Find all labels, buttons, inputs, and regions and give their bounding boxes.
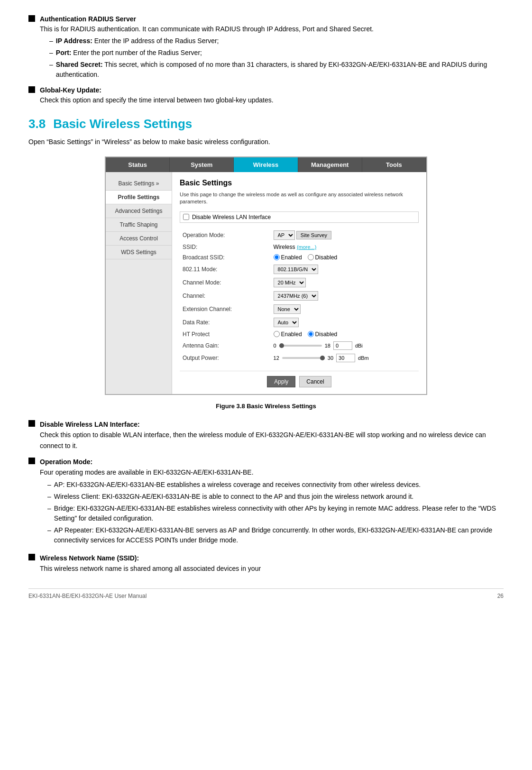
bullet-auth-radius-label: Authentication RADIUS Server bbox=[40, 15, 136, 23]
content-square-icon-1 bbox=[28, 420, 35, 427]
antenna-gain-min: 0 bbox=[274, 343, 276, 348]
antenna-gain-thumb[interactable] bbox=[279, 343, 284, 348]
nav-system[interactable]: System bbox=[170, 157, 234, 172]
broadcast-disabled-label: Disabled bbox=[308, 254, 338, 261]
nav-status[interactable]: Status bbox=[106, 157, 170, 172]
output-power-controls: 12 30 dBm bbox=[271, 352, 419, 364]
output-power-max: 30 bbox=[328, 355, 333, 361]
section-heading: 3.8 Basic Wireless Settings bbox=[28, 117, 504, 131]
form-row-operation-mode: Operation Mode: AP Site Survey bbox=[180, 229, 419, 242]
disable-wlan-checkbox[interactable] bbox=[183, 214, 189, 220]
80211-mode-label: 802.11 Mode: bbox=[180, 263, 271, 276]
bullet-item-global-key: Global-Key Update: Check this option and… bbox=[28, 85, 504, 105]
ht-protect-enabled-label: Enabled bbox=[274, 331, 302, 338]
output-power-label: Output Power: bbox=[180, 352, 271, 364]
sidebar-item-profile-settings[interactable]: Profile Settings bbox=[106, 191, 172, 204]
ht-protect-enabled-radio[interactable] bbox=[274, 331, 280, 337]
antenna-gain-input[interactable] bbox=[333, 341, 352, 350]
operation-mode-sub-bullets: – AP: EKI-6332GN-AE/EKI-6331AN-BE establ… bbox=[47, 480, 504, 545]
broadcast-ssid-radio-group: Enabled Disabled bbox=[274, 254, 416, 261]
channel-controls: 2437MHz (6) bbox=[271, 289, 419, 302]
router-nav: Status System Wireless Management Tools bbox=[106, 157, 426, 172]
content-disable-wlan-text: Disable Wireless LAN Interface: Check th… bbox=[40, 419, 504, 451]
nav-wireless[interactable]: Wireless bbox=[234, 157, 298, 172]
antenna-gain-slider-row: 0 18 dBi bbox=[274, 341, 416, 350]
bullet-square-icon-2 bbox=[28, 86, 35, 93]
main-title: Basic Settings bbox=[180, 179, 419, 187]
sidebar-item-wds-settings[interactable]: WDS Settings bbox=[106, 246, 172, 259]
output-power-input[interactable] bbox=[336, 354, 355, 362]
section-number: 3.8 bbox=[28, 117, 46, 131]
settings-form-table: Operation Mode: AP Site Survey SSID: Wir… bbox=[180, 229, 419, 364]
figure-caption: Figure 3.8 Basic Wireless Settings bbox=[28, 403, 504, 410]
sidebar-item-traffic-shaping[interactable]: Traffic Shaping bbox=[106, 218, 172, 232]
content-operation-mode-text: Operation Mode: Four operating modes are… bbox=[40, 457, 504, 547]
ssid-more-button[interactable]: (more...) bbox=[297, 244, 317, 250]
ht-protect-controls: Enabled Disabled bbox=[271, 329, 419, 339]
sub-bullet-shared-secret-text: Shared Secret: This secret, which is com… bbox=[56, 60, 504, 80]
cancel-button[interactable]: Cancel bbox=[299, 376, 331, 387]
sidebar-item-access-control[interactable]: Access Control bbox=[106, 232, 172, 246]
operation-mode-controls: AP Site Survey bbox=[271, 229, 419, 242]
disable-wlan-row: Disable Wireless LAN Interface bbox=[180, 211, 419, 223]
sub-bullet-ip: – IP Address: Enter the IP address of th… bbox=[49, 36, 504, 46]
operation-mode-select[interactable]: AP bbox=[274, 230, 295, 240]
80211-mode-controls: 802.11B/G/N bbox=[271, 263, 419, 276]
op-mode-sub-1: – AP: EKI-6332GN-AE/EKI-6331AN-BE establ… bbox=[47, 480, 504, 490]
op-mode-sub-2: – Wireless Client: EKI-6332GN-AE/EKI-633… bbox=[47, 492, 504, 502]
nav-management[interactable]: Management bbox=[298, 157, 362, 172]
section-title: Basic Wireless Settings bbox=[53, 117, 192, 131]
ht-protect-radio-group: Enabled Disabled bbox=[274, 331, 416, 338]
bullet-global-key-label: Global-Key Update: bbox=[40, 86, 101, 94]
broadcast-ssid-controls: Enabled Disabled bbox=[271, 252, 419, 263]
router-body: Basic Settings » Profile Settings Advanc… bbox=[106, 172, 426, 394]
channel-mode-label: Channel Mode: bbox=[180, 276, 271, 289]
broadcast-disabled-radio[interactable] bbox=[308, 254, 314, 260]
ht-protect-label: HT Protect bbox=[180, 329, 271, 339]
sidebar-item-advanced-settings[interactable]: Advanced Settings bbox=[106, 204, 172, 218]
channel-mode-select[interactable]: 20 MHz bbox=[274, 278, 306, 287]
router-main-content: Basic Settings Use this page to change t… bbox=[172, 172, 426, 394]
broadcast-enabled-label: Enabled bbox=[274, 254, 302, 261]
content-disable-wlan-label: Disable Wireless LAN Interface: bbox=[40, 421, 140, 428]
output-power-min: 12 bbox=[274, 355, 279, 361]
content-operation-mode-label: Operation Mode: bbox=[40, 458, 92, 466]
site-survey-button[interactable]: Site Survey bbox=[296, 231, 331, 239]
main-description: Use this page to change the wireless mod… bbox=[180, 191, 419, 206]
antenna-gain-controls: 0 18 dBi bbox=[271, 339, 419, 352]
ssid-value: Wireless bbox=[274, 244, 295, 250]
ht-protect-disabled-radio[interactable] bbox=[308, 331, 314, 337]
sub-bullet-ip-text: IP Address: Enter the IP address of the … bbox=[56, 36, 219, 46]
nav-tools[interactable]: Tools bbox=[362, 157, 426, 172]
antenna-gain-max: 18 bbox=[325, 343, 330, 348]
form-row-extension-channel: Extension Channel: None bbox=[180, 302, 419, 316]
sub-bullet-shared-secret: – Shared Secret: This secret, which is c… bbox=[49, 60, 504, 80]
extension-channel-select[interactable]: None bbox=[274, 304, 301, 314]
broadcast-enabled-radio[interactable] bbox=[274, 254, 280, 260]
80211-mode-select[interactable]: 802.11B/G/N bbox=[274, 265, 318, 274]
bullet-auth-radius-text: This is for RADIUS authentication. It ca… bbox=[40, 25, 374, 33]
ht-protect-disabled-label: Disabled bbox=[308, 331, 338, 338]
channel-select[interactable]: 2437MHz (6) bbox=[274, 291, 318, 301]
form-row-data-rate: Data Rate: Auto bbox=[180, 316, 419, 329]
form-row-output-power: Output Power: 12 30 dBm bbox=[180, 352, 419, 364]
content-bullet-operation-mode: Operation Mode: Four operating modes are… bbox=[28, 457, 504, 547]
operation-mode-label: Operation Mode: bbox=[180, 229, 271, 242]
disable-wlan-label: Disable Wireless LAN Interface bbox=[192, 214, 271, 220]
bullet-global-key-text: Check this option and specify the time i… bbox=[40, 96, 274, 104]
antenna-gain-track bbox=[279, 345, 322, 347]
op-mode-sub-3-text: Bridge: EKI-6332GN-AE/EKI-6331AN-BE esta… bbox=[54, 504, 504, 523]
data-rate-label: Data Rate: bbox=[180, 316, 271, 329]
output-power-slider-row: 12 30 dBm bbox=[274, 354, 416, 362]
output-power-track bbox=[282, 357, 325, 359]
form-row-channel-mode: Channel Mode: 20 MHz bbox=[180, 276, 419, 289]
data-rate-select[interactable]: Auto bbox=[274, 318, 299, 327]
content-operation-mode-desc: Four operating modes are available in EK… bbox=[40, 468, 254, 476]
op-mode-sub-4-text: AP Repeater: EKI-6332GN-AE/EKI-6331AN-BE… bbox=[54, 525, 504, 545]
bullet-item-auth-radius: Authentication RADIUS Server This is for… bbox=[28, 14, 504, 82]
output-power-thumb[interactable] bbox=[320, 356, 325, 360]
bullet-global-key-content: Global-Key Update: Check this option and… bbox=[40, 85, 504, 105]
apply-button[interactable]: Apply bbox=[267, 376, 295, 387]
op-mode-sub-4: – AP Repeater: EKI-6332GN-AE/EKI-6331AN-… bbox=[47, 525, 504, 545]
router-ui: Status System Wireless Management Tools … bbox=[105, 156, 427, 395]
